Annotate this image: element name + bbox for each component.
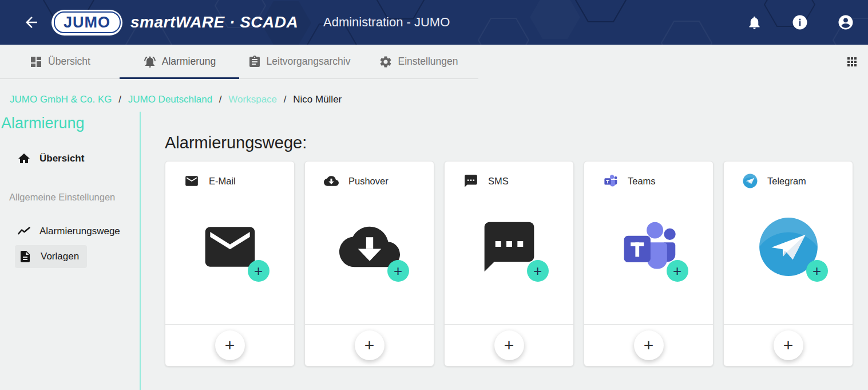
sidebar-item-label: Übersicht bbox=[39, 153, 84, 164]
content-area: Alarmierung Übersicht Allgemeine Einstel… bbox=[0, 112, 868, 390]
add-teams-button[interactable]: + bbox=[634, 330, 664, 360]
jumo-logo: JUMO bbox=[51, 10, 122, 36]
section-heading: Alarmierungswege: bbox=[165, 133, 868, 152]
account-icon[interactable] bbox=[837, 14, 854, 31]
tab-einstellungen[interactable]: Einstellungen bbox=[359, 45, 478, 78]
sidebar-item-vorlagen[interactable]: Vorlagen bbox=[15, 245, 87, 268]
sidebar-item-uebersicht[interactable]: Übersicht bbox=[0, 152, 140, 166]
info-icon[interactable] bbox=[791, 14, 808, 31]
add-channel-badge[interactable]: + bbox=[527, 260, 549, 282]
breadcrumb-company[interactable]: JUMO GmbH & Co. KG bbox=[10, 94, 112, 105]
notifications-bell-icon[interactable] bbox=[746, 14, 763, 31]
document-icon bbox=[18, 250, 32, 263]
telegram-icon bbox=[743, 174, 758, 188]
back-arrow-icon[interactable] bbox=[23, 14, 40, 31]
gear-icon bbox=[379, 55, 393, 69]
teams-icon-large: + bbox=[619, 216, 679, 277]
add-channel-badge[interactable]: + bbox=[248, 260, 269, 282]
breadcrumb-workspace[interactable]: Workspace bbox=[228, 94, 277, 105]
header-actions bbox=[746, 0, 854, 45]
tab-label: Leitvorgangsarchiv bbox=[267, 56, 351, 68]
breadcrumb-current-user: Nico Müller bbox=[293, 94, 342, 105]
add-channel-badge[interactable]: + bbox=[667, 260, 688, 282]
add-channel-badge[interactable]: + bbox=[387, 260, 409, 282]
sidebar: Alarmierung Übersicht Allgemeine Einstel… bbox=[0, 112, 141, 390]
tab-label: Alarmierung bbox=[162, 56, 216, 68]
email-icon-large: + bbox=[200, 216, 260, 277]
sidebar-item-alarmierungswege[interactable]: Alarmierungswege bbox=[0, 224, 140, 238]
add-pushover-button[interactable]: + bbox=[355, 330, 385, 360]
breadcrumb: JUMO GmbH & Co. KG / JUMO Deutschland / … bbox=[0, 79, 868, 112]
tab-uebersicht[interactable]: Übersicht bbox=[0, 45, 120, 78]
dashboard-icon bbox=[29, 55, 43, 69]
card-pushover[interactable]: Pushover + + bbox=[304, 161, 434, 367]
tab-label: Einstellungen bbox=[398, 56, 458, 68]
card-label: Teams bbox=[628, 176, 656, 187]
clipboard-icon bbox=[248, 55, 261, 69]
app-header: JUMO smartWARE · SCADA Administration - … bbox=[0, 0, 868, 45]
home-icon bbox=[17, 152, 31, 166]
card-label: Telegram bbox=[767, 176, 806, 187]
card-sms[interactable]: SMS + + bbox=[444, 161, 574, 367]
breadcrumb-organization[interactable]: JUMO Deutschland bbox=[128, 94, 212, 105]
add-telegram-button[interactable]: + bbox=[774, 330, 803, 360]
brand-title: smartWARE · SCADA bbox=[130, 13, 298, 31]
sidebar-item-label: Alarmierungswege bbox=[39, 226, 120, 237]
cloud-download-icon-large: + bbox=[339, 216, 400, 277]
sidebar-item-label: Vorlagen bbox=[41, 251, 79, 262]
card-teams[interactable]: Teams + bbox=[584, 161, 714, 367]
tab-alarmierung[interactable]: Alarmierung bbox=[120, 45, 239, 78]
sidebar-section-label: Allgemeine Einstellungen bbox=[0, 192, 140, 203]
sidebar-title: Alarmierung bbox=[1, 115, 140, 132]
card-email[interactable]: E-Mail + + bbox=[165, 161, 295, 367]
alerting-channel-cards: E-Mail + + bbox=[165, 161, 868, 367]
main-panel: Alarmierungswege: E-Mail + bbox=[141, 112, 868, 390]
breadcrumb-separator: / bbox=[219, 94, 222, 105]
page-title: Administration - JUMO bbox=[323, 15, 450, 30]
teams-icon bbox=[603, 174, 618, 188]
tab-leitvorgangsarchiv[interactable]: Leitvorgangsarchiv bbox=[239, 45, 359, 78]
add-email-button[interactable]: + bbox=[215, 330, 245, 360]
tab-label: Übersicht bbox=[48, 56, 90, 68]
email-icon bbox=[184, 174, 199, 188]
card-label: SMS bbox=[488, 176, 509, 187]
telegram-icon-large: + bbox=[758, 216, 819, 277]
add-sms-button[interactable]: + bbox=[494, 330, 524, 360]
sms-icon bbox=[463, 174, 478, 188]
breadcrumb-separator: / bbox=[284, 94, 287, 105]
cloud-download-icon bbox=[324, 174, 339, 188]
breadcrumb-separator: / bbox=[118, 94, 121, 105]
alarm-bell-icon bbox=[143, 55, 157, 69]
sms-icon-large: + bbox=[479, 216, 540, 277]
line-chart-icon bbox=[17, 224, 31, 238]
card-telegram[interactable]: Telegram + + bbox=[723, 161, 853, 367]
jumo-logo-text: JUMO bbox=[64, 14, 110, 31]
card-label: E-Mail bbox=[209, 176, 236, 187]
card-label: Pushover bbox=[348, 176, 389, 187]
add-channel-badge[interactable]: + bbox=[806, 260, 828, 282]
apps-grid-icon[interactable] bbox=[845, 55, 859, 69]
tab-strip: Übersicht Alarmierung Leitvorgangsarchiv… bbox=[0, 45, 868, 79]
